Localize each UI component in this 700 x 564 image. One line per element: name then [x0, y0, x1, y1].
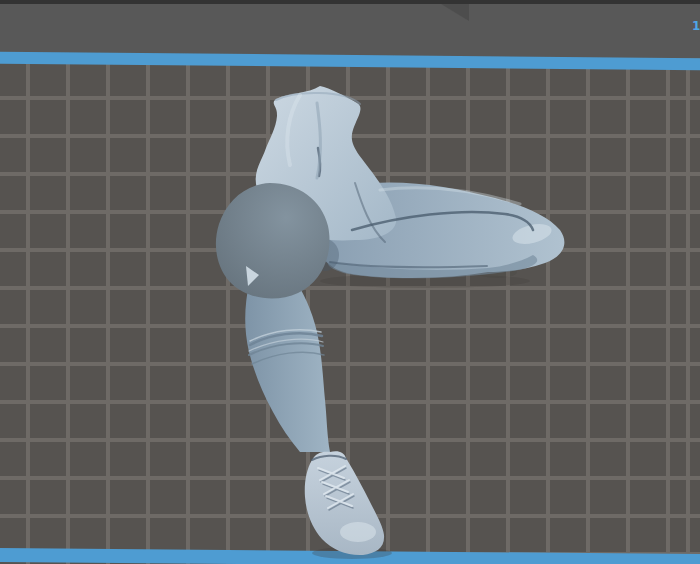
viewport-3d[interactable]: 1: [0, 0, 700, 564]
wall-shadow-wedge: [441, 4, 469, 21]
raised-knee-ball: [216, 183, 330, 299]
boot-toe-highlight: [340, 522, 376, 542]
model-female-lower-body[interactable]: [216, 86, 564, 555]
lower-leg-shin: [245, 278, 330, 452]
model-layer: [0, 0, 700, 564]
